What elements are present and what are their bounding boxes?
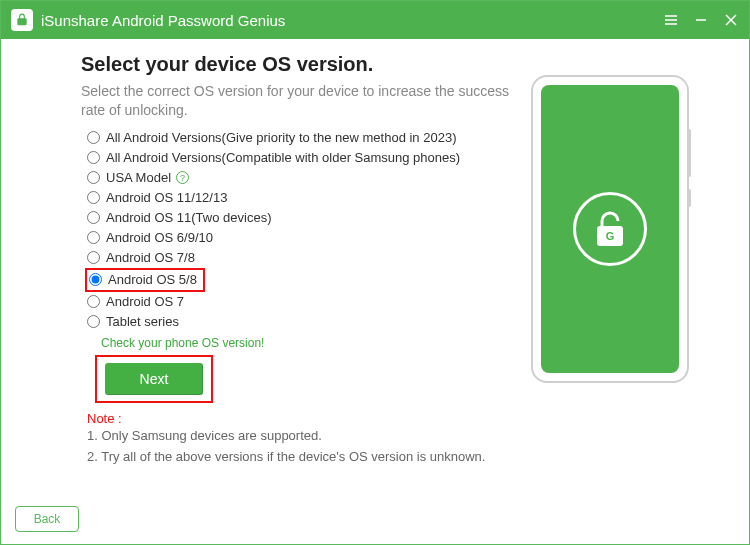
os-radio[interactable] (87, 191, 100, 204)
os-option[interactable]: Android OS 6/9/10 (87, 228, 517, 248)
os-option[interactable]: Android OS 7/8 (87, 248, 517, 268)
os-radio[interactable] (87, 171, 100, 184)
phone-power-button (687, 189, 691, 207)
os-radio[interactable] (87, 295, 100, 308)
os-radio[interactable] (87, 315, 100, 328)
note-label: Note : (87, 411, 517, 426)
note-line-2: 2. Try all of the above versions if the … (87, 447, 517, 468)
check-version-link[interactable]: Check your phone OS version! (101, 336, 264, 350)
page-heading: Select your device OS version. (81, 53, 517, 76)
os-option-label: Android OS 7/8 (106, 250, 195, 265)
os-radio[interactable] (87, 131, 100, 144)
main-content: Select your device OS version. Select th… (1, 39, 749, 498)
back-button[interactable]: Back (15, 506, 79, 532)
app-title: iSunshare Android Password Genius (41, 12, 663, 29)
next-highlight: Next (95, 355, 213, 403)
menu-icon[interactable] (663, 12, 679, 28)
minimize-icon[interactable] (693, 12, 709, 28)
selected-highlight: Android OS 5/8 (85, 268, 205, 292)
os-radio-list: All Android Versions(Give priority to th… (87, 128, 517, 332)
titlebar: iSunshare Android Password Genius (1, 1, 749, 39)
os-option-label: USA Model (106, 170, 171, 185)
os-option[interactable]: Android OS 7 (87, 292, 517, 312)
os-option-label: All Android Versions(Give priority to th… (106, 130, 456, 145)
os-option[interactable]: Tablet series (87, 312, 517, 332)
os-option[interactable]: Android OS 11(Two devices) (87, 208, 517, 228)
phone-volume-button (687, 129, 691, 177)
close-icon[interactable] (723, 12, 739, 28)
svg-text:G: G (606, 230, 615, 242)
next-button[interactable]: Next (105, 363, 203, 395)
os-option[interactable]: All Android Versions(Compatible with old… (87, 148, 517, 168)
os-option-label: Android OS 11/12/13 (106, 190, 227, 205)
os-option-label: Android OS 7 (106, 294, 184, 309)
os-radio[interactable] (89, 273, 102, 286)
os-option-label: Android OS 11(Two devices) (106, 210, 271, 225)
app-logo-icon (11, 9, 33, 31)
os-option-label: Tablet series (106, 314, 179, 329)
window-controls (663, 12, 739, 28)
os-option[interactable]: USA Model? (87, 168, 517, 188)
help-icon[interactable]: ? (176, 171, 189, 184)
page-subheading: Select the correct OS version for your d… (81, 82, 517, 120)
os-radio[interactable] (87, 251, 100, 264)
lock-icon: G (573, 192, 647, 266)
os-radio[interactable] (87, 211, 100, 224)
os-option[interactable]: Android OS 11/12/13 (87, 188, 517, 208)
phone-mockup: G (531, 75, 689, 383)
os-option[interactable]: All Android Versions(Give priority to th… (87, 128, 517, 148)
os-option[interactable]: Android OS 5/8 (89, 270, 197, 290)
os-option-label: All Android Versions(Compatible with old… (106, 150, 460, 165)
footer: Back (1, 498, 749, 544)
os-radio[interactable] (87, 231, 100, 244)
os-radio[interactable] (87, 151, 100, 164)
os-option-label: Android OS 6/9/10 (106, 230, 213, 245)
app-window: iSunshare Android Password Genius Select… (0, 0, 750, 545)
phone-screen: G (541, 85, 679, 373)
note-line-1: 1. Only Samsung devices are supported. (87, 426, 517, 447)
os-option-label: Android OS 5/8 (108, 272, 197, 287)
